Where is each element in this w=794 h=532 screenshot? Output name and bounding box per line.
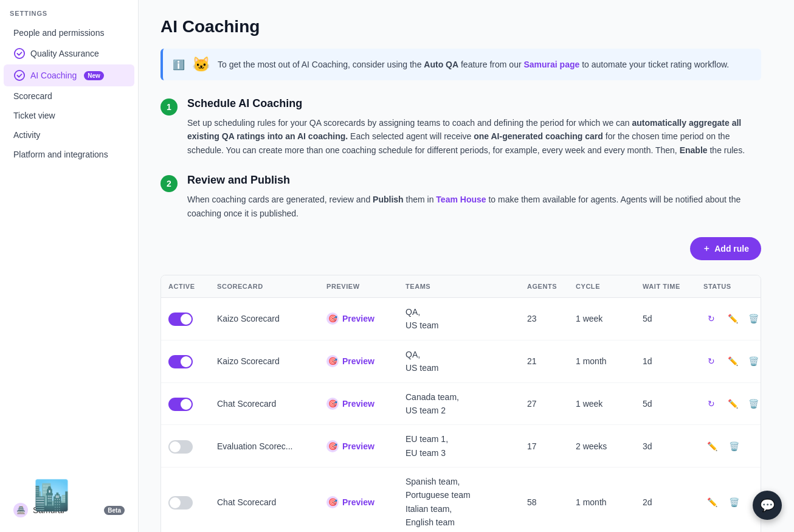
- sidebar: SETTINGS People and permissions Quality …: [0, 0, 139, 532]
- step-2-number: 2: [161, 175, 178, 192]
- svg-point-1: [15, 71, 24, 80]
- sidebar-item-platform-integrations[interactable]: Platform and integrations: [0, 145, 138, 164]
- preview-btn-row3[interactable]: 🎯 Preview: [326, 398, 375, 410]
- add-rule-button[interactable]: ＋ Add rule: [690, 237, 761, 260]
- info-icon: ℹ️: [173, 59, 185, 71]
- ai-coaching-icon: [13, 69, 26, 81]
- row4-active: [161, 432, 210, 461]
- col-teams: TEAMS: [398, 275, 520, 297]
- preview-btn-row2[interactable]: 🎯 Preview: [326, 355, 375, 367]
- row4-teams: EU team 1,EU team 3: [398, 425, 520, 467]
- row3-teams: Canada team,US team 2: [398, 383, 520, 425]
- row4-cycle: 2 weeks: [568, 434, 635, 458]
- edit-icon-row1[interactable]: ✏️: [725, 310, 741, 327]
- row4-agents: 17: [520, 434, 568, 458]
- row5-preview[interactable]: 🎯 Preview: [319, 489, 398, 516]
- preview-btn-row5[interactable]: 🎯 Preview: [326, 496, 375, 508]
- beta-badge: Beta: [104, 506, 125, 515]
- step-1: 1 Schedule AI Coaching Set up scheduling…: [161, 97, 761, 157]
- row2-wait-time: 1d: [635, 349, 696, 373]
- delete-icon-row2[interactable]: 🗑️: [745, 353, 761, 370]
- sidebar-item-ticket-view[interactable]: Ticket view: [0, 106, 138, 125]
- row1-scorecard: Kaizo Scorecard: [210, 306, 319, 331]
- toggle-row2[interactable]: [168, 355, 193, 368]
- row5-cycle: 1 month: [568, 490, 635, 514]
- row4-preview[interactable]: 🎯 Preview: [319, 433, 398, 460]
- qa-icon: [13, 47, 26, 60]
- edit-icon-row2[interactable]: ✏️: [725, 353, 741, 370]
- sidebar-item-scorecard[interactable]: Scorecard: [0, 86, 138, 106]
- chat-button[interactable]: 💬: [753, 491, 782, 520]
- preview-btn-row4[interactable]: 🎯 Preview: [326, 440, 375, 452]
- sidebar-item-people-permissions[interactable]: People and permissions: [0, 23, 138, 43]
- row2-scorecard: Kaizo Scorecard: [210, 349, 319, 373]
- step-2-body: When coaching cards are generated, revie…: [187, 193, 761, 220]
- row4-scorecard: Evaluation Scorec...: [210, 434, 319, 458]
- row3-cycle: 1 week: [568, 392, 635, 416]
- row2-cycle: 1 month: [568, 349, 635, 373]
- row3-scorecard: Chat Scorecard: [210, 392, 319, 416]
- refresh-icon-row3[interactable]: ↻: [703, 395, 720, 412]
- refresh-icon-row1[interactable]: ↻: [703, 310, 720, 327]
- step-2-title: Review and Publish: [187, 174, 761, 187]
- row3-wait-time: 5d: [635, 392, 696, 416]
- samurai-link[interactable]: Samurai page: [523, 60, 579, 69]
- page-title: AI Coaching: [161, 17, 761, 36]
- delete-icon-row5[interactable]: 🗑️: [725, 494, 742, 511]
- row5-agents: 58: [520, 490, 568, 514]
- step-2-content: Review and Publish When coaching cards a…: [187, 174, 761, 220]
- sidebar-item-activity[interactable]: Activity: [0, 125, 138, 145]
- row3-preview[interactable]: 🎯 Preview: [319, 390, 398, 417]
- settings-label: SETTINGS: [0, 10, 138, 23]
- row2-preview[interactable]: 🎯 Preview: [319, 348, 398, 375]
- chat-icon: 💬: [760, 498, 775, 513]
- preview-icon: 🎯: [326, 496, 339, 508]
- add-icon: ＋: [702, 243, 711, 254]
- sidebar-item-quality-assurance[interactable]: Quality Assurance: [4, 43, 134, 64]
- step-1-title: Schedule AI Coaching: [187, 97, 761, 110]
- new-badge: New: [84, 71, 104, 80]
- toggle-row1[interactable]: [168, 313, 193, 326]
- edit-icon-row5[interactable]: ✏️: [703, 494, 720, 511]
- toggle-row4[interactable]: [168, 440, 193, 454]
- step-2: 2 Review and Publish When coaching cards…: [161, 174, 761, 220]
- row1-agents: 23: [520, 306, 568, 331]
- toggle-row3[interactable]: [168, 398, 193, 411]
- edit-icon-row4[interactable]: ✏️: [703, 438, 720, 455]
- row5-active: [161, 488, 210, 517]
- add-rule-label: Add rule: [714, 244, 749, 254]
- toggle-row5[interactable]: [168, 496, 193, 510]
- row1-preview[interactable]: 🎯 Preview: [319, 305, 398, 332]
- row3-status: ↻ ✏️ 🗑️: [696, 388, 761, 420]
- sidebar-item-ai-coaching[interactable]: AI Coaching New: [4, 64, 134, 86]
- row2-teams: QA,US team: [398, 340, 520, 382]
- ai-coaching-label: AI Coaching: [30, 71, 77, 80]
- preview-icon: 🎯: [326, 398, 339, 410]
- col-agents: AGENTS: [520, 275, 568, 297]
- refresh-icon-row2[interactable]: ↻: [703, 353, 720, 370]
- delete-icon-row4[interactable]: 🗑️: [725, 438, 742, 455]
- preview-icon: 🎯: [326, 313, 339, 325]
- row4-wait-time: 3d: [635, 434, 696, 458]
- table-header: ACTIVE SCORECARD PREVIEW TEAMS AGENTS CY…: [161, 275, 761, 298]
- preview-icon: 🎯: [326, 440, 339, 452]
- row2-active: [161, 347, 210, 376]
- row1-status: ↻ ✏️ 🗑️: [696, 303, 761, 334]
- delete-icon-row3[interactable]: 🗑️: [745, 395, 761, 412]
- col-cycle: CYCLE: [568, 275, 635, 297]
- svg-point-0: [15, 49, 24, 58]
- row3-agents: 27: [520, 392, 568, 416]
- row2-status: ↻ ✏️ 🗑️: [696, 345, 761, 377]
- row1-cycle: 1 week: [568, 306, 635, 331]
- row2-agents: 21: [520, 349, 568, 373]
- col-preview: PREVIEW: [319, 275, 398, 297]
- table-row: Chat Scorecard 🎯 Preview Spanish team,Po…: [161, 468, 761, 532]
- row4-status: ✏️ 🗑️: [696, 430, 761, 462]
- table-row: Evaluation Scorec... 🎯 Preview EU team 1…: [161, 425, 761, 468]
- delete-icon-row1[interactable]: 🗑️: [745, 310, 761, 327]
- preview-btn-row1[interactable]: 🎯 Preview: [326, 313, 375, 325]
- row5-teams: Spanish team,Portuguese teamItalian team…: [398, 468, 520, 532]
- edit-icon-row3[interactable]: ✏️: [725, 395, 741, 412]
- team-house-link[interactable]: Team House: [436, 195, 486, 204]
- info-banner-text: To get the most out of AI Coaching, cons…: [218, 60, 729, 69]
